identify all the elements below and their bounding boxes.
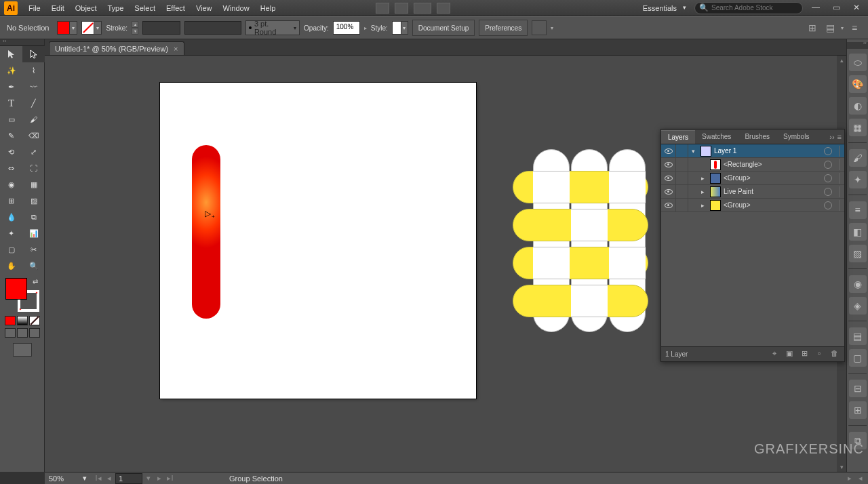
target-icon[interactable] [824,174,832,182]
workspace-switcher[interactable]: Essentials [637,3,689,14]
new-layer-icon[interactable]: ▫ [813,349,825,360]
symbol-sprayer-tool[interactable]: ✦ [0,225,22,241]
selection-indicator[interactable] [839,186,844,197]
new-sublayer-icon[interactable]: ⊞ [798,349,810,360]
selection-indicator[interactable] [839,159,844,170]
close-button[interactable]: ✕ [849,3,864,14]
swatches-icon[interactable]: ▦ [849,119,867,136]
line-tool[interactable]: ╱ [22,95,45,111]
pen-tool[interactable]: ✒ [0,79,22,95]
locate-object-icon[interactable]: ⌖ [768,349,781,360]
target-icon[interactable] [824,201,832,209]
align-icon[interactable] [532,20,547,35]
visibility-toggle[interactable] [661,158,676,171]
menu-help[interactable]: Help [255,1,281,15]
visibility-toggle[interactable] [661,185,676,198]
gradient-panel-icon[interactable]: ◧ [849,223,867,241]
gradient-tool[interactable]: ▨ [22,193,45,209]
panel-menu-icon[interactable]: ≡ [848,21,861,35]
menu-file[interactable]: File [23,1,46,15]
search-stock[interactable]: 🔍 [694,2,803,14]
preferences-button[interactable]: Preferences [479,20,528,36]
stroke-weight-stepper[interactable]: ▴▾ [132,21,138,35]
document-setup-button[interactable]: Document Setup [412,20,475,36]
libraries-icon[interactable]: ⬭ [849,54,867,71]
prev-artboard-icon[interactable]: ◂ [104,474,114,483]
artboard-dropdown-icon[interactable]: ▾ [144,474,153,483]
graphic-styles-icon[interactable]: ◈ [849,297,867,315]
maximize-button[interactable]: ▭ [829,3,844,14]
hand-tool[interactable]: ✋ [0,258,22,274]
doc-view-icon-2[interactable]: ▤ [823,21,837,35]
perspective-tool[interactable]: ▦ [22,176,45,193]
layer-row[interactable]: <Rectangle> [661,158,844,172]
scroll-down-icon[interactable]: ▾ [837,462,846,472]
next-artboard-icon[interactable]: ▸ [155,474,164,483]
artboards-icon[interactable]: ▢ [849,349,867,367]
variable-width-field[interactable] [184,21,241,35]
tab-brushes[interactable]: Brushes [738,130,776,143]
layer-name[interactable]: <Group> [724,174,824,182]
color-mode-solid[interactable] [5,316,16,325]
stroke-panel-icon[interactable]: ≡ [849,201,867,219]
sync-icon[interactable] [437,3,450,14]
screen-mode-button[interactable] [13,343,32,357]
zoom-level[interactable]: 50% [45,475,80,483]
layer-row[interactable]: ▸ <Group> [661,199,844,212]
target-icon[interactable] [824,147,832,155]
fill-indicator[interactable] [5,278,27,300]
expand-toggle[interactable]: ▾ [688,148,698,155]
minimize-button[interactable]: — [808,3,823,14]
menu-edit[interactable]: Edit [46,1,70,15]
layer-name[interactable]: <Group> [724,201,824,209]
layer-name[interactable]: Layer 1 [714,147,824,155]
expand-toggle[interactable]: ▸ [698,188,707,195]
scale-tool[interactable]: ⤢ [22,144,45,160]
stock-icon[interactable] [395,3,408,14]
arrange-icon[interactable] [414,3,431,14]
stroke-swatch[interactable]: ▾ [81,21,102,35]
menu-effect[interactable]: Effect [161,1,191,15]
artboard-number[interactable]: 1 [115,473,142,484]
tab-symbols[interactable]: Symbols [776,130,816,143]
color-mode-none[interactable] [29,316,40,325]
brushes-icon[interactable]: 🖌 [849,149,867,167]
draw-normal[interactable] [5,328,16,338]
visibility-toggle[interactable] [661,144,676,157]
blend-tool[interactable]: ⧉ [22,209,45,225]
pencil-tool[interactable]: ✎ [0,127,22,144]
align-panel-icon[interactable]: ⊟ [849,380,867,397]
lock-toggle[interactable] [676,199,688,211]
opacity-dropdown[interactable]: ▸ [364,25,367,31]
align-dropdown[interactable]: ▾ [551,25,553,31]
appearance-icon[interactable]: ◉ [849,275,867,293]
graphic-style[interactable]: ▾ [392,21,408,35]
zoom-tool[interactable]: 🔍 [22,258,45,274]
menu-window[interactable]: Window [218,1,255,15]
graph-tool[interactable]: 📊 [22,225,45,241]
symbols-icon[interactable]: ✦ [849,171,867,188]
draw-behind[interactable] [17,328,28,338]
color-icon[interactable]: 🎨 [849,75,867,93]
close-tab-icon[interactable]: × [174,45,178,53]
delete-layer-icon[interactable]: 🗑 [828,349,840,360]
visibility-toggle[interactable] [661,172,676,184]
lock-toggle[interactable] [676,144,688,157]
color-guide-icon[interactable]: ◐ [849,97,867,115]
right-strip-collapse-tab[interactable] [847,42,868,49]
menu-view[interactable]: View [191,1,218,15]
rotate-tool[interactable]: ⟲ [0,144,22,160]
make-clipping-mask-icon[interactable]: ▣ [783,349,795,360]
layer-name[interactable]: Live Paint [724,188,824,195]
expand-toggle[interactable]: ▸ [698,202,707,209]
mesh-tool[interactable]: ⊞ [0,193,22,209]
tab-swatches[interactable]: Swatches [695,130,738,143]
curvature-tool[interactable]: 〰 [22,79,45,95]
red-rounded-rectangle[interactable] [192,145,220,319]
selection-indicator[interactable] [839,173,844,184]
last-artboard-icon[interactable]: ▸I [165,474,175,483]
opacity-field[interactable]: 100% [333,21,360,35]
target-icon[interactable] [824,188,832,196]
first-artboard-icon[interactable]: I◂ [94,474,103,483]
lasso-tool[interactable]: ⌇ [22,62,45,79]
